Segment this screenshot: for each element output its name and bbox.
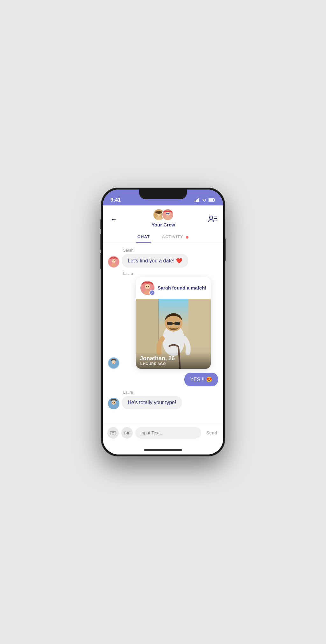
- status-icons: [195, 198, 216, 203]
- svg-rect-6: [215, 199, 215, 201]
- svg-point-27: [113, 261, 113, 261]
- sender-name-laura-match: Laura: [108, 271, 218, 276]
- activity-dot: [186, 236, 188, 239]
- svg-rect-0: [195, 201, 195, 202]
- svg-point-38: [148, 286, 149, 287]
- send-button[interactable]: Send: [204, 430, 220, 435]
- input-area: GIF Send: [103, 423, 223, 445]
- svg-point-16: [165, 216, 171, 220]
- header: ←: [103, 205, 223, 243]
- avatar-laura2: [108, 398, 119, 409]
- contacts-icon[interactable]: [208, 215, 217, 224]
- signal-icon: [195, 198, 200, 203]
- camera-button[interactable]: [107, 427, 119, 439]
- power-button: [225, 239, 226, 261]
- match-time: 3 HOURS AGO: [140, 362, 207, 366]
- svg-point-50: [112, 433, 114, 434]
- match-card[interactable]: ✓ Sarah found a match!: [136, 277, 211, 369]
- svg-point-20: [209, 216, 213, 219]
- svg-point-18: [168, 213, 169, 214]
- back-button[interactable]: ←: [109, 214, 119, 225]
- header-title: Your Crew: [152, 222, 175, 227]
- message-row-sarah: Let's find you a date! ❤️: [108, 254, 218, 268]
- match-photo-container: Jonathan, 26 3 HOURS AGO: [136, 299, 211, 369]
- tab-chat[interactable]: CHAT: [136, 232, 151, 243]
- home-indicator: [103, 445, 223, 454]
- message-group-laura2: Laura He's totally your type: [108, 390, 218, 409]
- match-photo-overlay: Jonathan, 26 3 HOURS AGO: [136, 352, 211, 369]
- tabs: CHAT ACTIVITY: [109, 232, 217, 243]
- svg-rect-1: [196, 200, 197, 202]
- svg-rect-3: [198, 198, 199, 202]
- battery-icon: [209, 198, 216, 203]
- volume-mute-button: [100, 219, 101, 229]
- svg-rect-5: [209, 199, 213, 201]
- svg-point-33: [114, 362, 115, 362]
- svg-point-37: [146, 286, 147, 287]
- home-bar: [144, 449, 182, 451]
- bubble-laura2: He's totally your type!: [122, 396, 182, 409]
- message-row-laura2: He's totally your type!: [108, 396, 218, 409]
- svg-rect-49: [110, 432, 116, 435]
- svg-rect-2: [197, 199, 198, 202]
- svg-point-35: [145, 284, 150, 289]
- bubble-self: YES!!! 😍: [184, 373, 218, 386]
- status-time: 9:41: [110, 197, 121, 203]
- volume-up-button: [100, 234, 101, 250]
- message-group-sarah: Sarah Let's find you a date!: [108, 248, 218, 268]
- header-center: Your Crew: [152, 209, 175, 230]
- svg-point-31: [111, 364, 116, 368]
- verified-badge: ✓: [149, 290, 155, 296]
- svg-rect-19: [167, 213, 168, 214]
- svg-point-48: [114, 402, 115, 403]
- tab-activity[interactable]: ACTIVITY: [161, 232, 190, 243]
- avatar-sarah: [108, 256, 119, 268]
- crew-avatar-2: [162, 209, 174, 221]
- match-card-text: Sarah found a match!: [158, 285, 206, 291]
- avatar-laura-match: [108, 357, 119, 369]
- svg-point-13: [159, 213, 160, 214]
- bubble-sarah: Let's find you a date! ❤️: [122, 254, 188, 268]
- message-input[interactable]: [135, 427, 201, 439]
- crew-avatars: [153, 209, 174, 221]
- chat-area: Sarah Let's find you a date!: [103, 243, 223, 423]
- gif-label: GIF: [124, 431, 131, 435]
- svg-rect-41: [167, 322, 173, 325]
- svg-point-26: [111, 263, 116, 267]
- status-bar: 9:41: [103, 190, 223, 205]
- phone-frame: 9:41: [101, 188, 225, 456]
- svg-point-28: [114, 261, 115, 261]
- match-person-name: Jonathan, 26: [140, 355, 207, 362]
- svg-point-47: [112, 402, 113, 403]
- match-card-avatar: ✓: [140, 281, 154, 295]
- svg-point-12: [158, 213, 158, 214]
- wifi-icon: [202, 198, 207, 203]
- svg-point-17: [166, 213, 167, 214]
- message-group-self: YES!!! 😍: [108, 373, 218, 386]
- sender-name-laura2: Laura: [108, 390, 218, 395]
- notch: [139, 190, 187, 199]
- svg-rect-42: [174, 322, 180, 325]
- svg-point-32: [113, 362, 113, 362]
- phone-screen: 9:41: [103, 190, 223, 454]
- match-card-header: ✓ Sarah found a match!: [136, 277, 211, 299]
- message-group-laura-match: Laura: [108, 271, 218, 369]
- volume-down-button: [100, 253, 101, 269]
- message-row-self: YES!!! 😍: [108, 373, 218, 386]
- gif-button[interactable]: GIF: [121, 427, 133, 439]
- sender-name-sarah: Sarah: [108, 248, 218, 253]
- message-row-laura-match: ✓ Sarah found a match!: [108, 277, 218, 369]
- svg-point-9: [156, 216, 162, 220]
